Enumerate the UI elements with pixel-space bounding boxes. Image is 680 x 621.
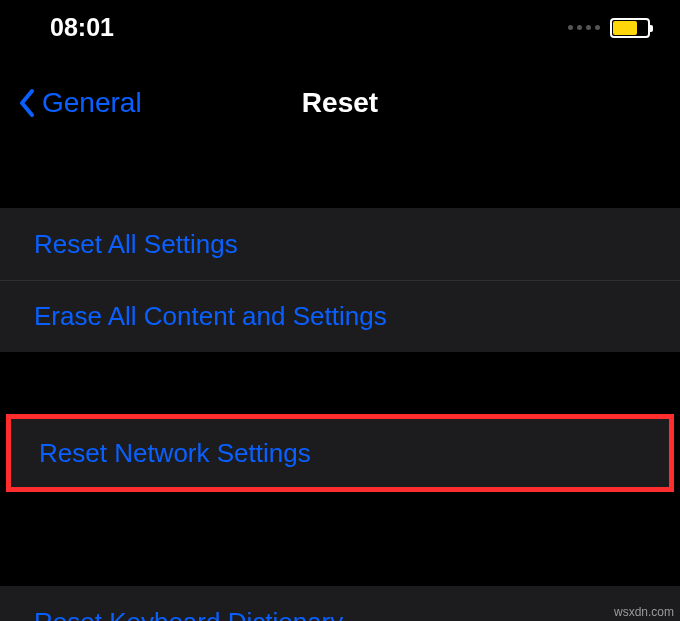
- settings-group-3: Reset Keyboard Dictionary: [0, 586, 680, 621]
- status-time: 08:01: [50, 13, 114, 42]
- back-label: General: [42, 87, 142, 119]
- status-indicators: [568, 18, 650, 38]
- settings-group-1: Reset All Settings Erase All Content and…: [0, 208, 680, 352]
- status-bar: 08:01: [0, 0, 680, 55]
- highlight-annotation: Reset Network Settings: [6, 414, 674, 492]
- erase-all-content-button[interactable]: Erase All Content and Settings: [0, 280, 680, 352]
- chevron-left-icon: [18, 88, 36, 118]
- page-title: Reset: [302, 87, 378, 119]
- back-button[interactable]: General: [18, 87, 142, 119]
- battery-icon: [610, 18, 650, 38]
- reset-keyboard-dictionary-button[interactable]: Reset Keyboard Dictionary: [0, 586, 680, 621]
- watermark: wsxdn.com: [614, 605, 674, 619]
- settings-group-2: Reset Network Settings: [11, 419, 669, 487]
- pagination-dots-icon: [568, 25, 600, 30]
- reset-all-settings-button[interactable]: Reset All Settings: [0, 208, 680, 280]
- navigation-bar: General Reset: [0, 55, 680, 150]
- reset-network-settings-button[interactable]: Reset Network Settings: [11, 419, 669, 487]
